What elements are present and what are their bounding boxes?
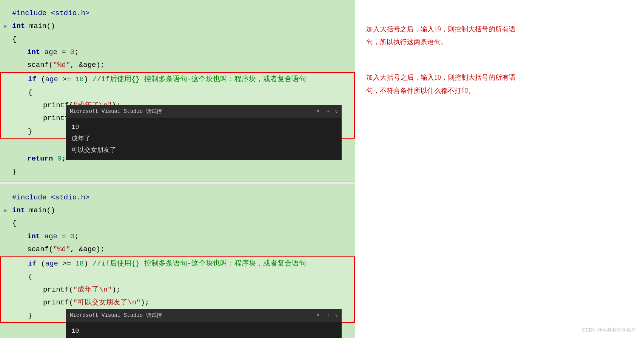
vs-dropdown-button[interactable]: ∨ bbox=[335, 109, 338, 114]
code-token: main() bbox=[25, 20, 55, 32]
code-line: ▶ int main() bbox=[0, 204, 355, 217]
code-token: ; bbox=[74, 230, 79, 242]
vs-console-title: Microsoft Visual Studio 调试控 bbox=[70, 108, 312, 115]
right-top-text-2: 句，所以执行这两条语句。 bbox=[366, 35, 633, 48]
code-token: "可以交女朋友了\n" bbox=[73, 296, 141, 309]
vs-console-title-bottom: Microsoft Visual Studio 调试控 bbox=[70, 312, 312, 319]
code-token: } bbox=[28, 125, 32, 137]
code-token: int bbox=[27, 230, 40, 242]
code-token bbox=[12, 140, 16, 152]
code-token: } bbox=[28, 310, 32, 322]
code-token: >= bbox=[58, 73, 75, 85]
right-bottom-text-block: 加入大括号之后，输入10，则控制大括号的所有语 句，不符合条件所以什么都不打印。 bbox=[366, 48, 633, 97]
vs-plus-button[interactable]: + bbox=[327, 108, 330, 114]
code-line: { bbox=[1, 86, 354, 99]
right-bottom-text-2: 句，不符合条件所以什么都不打印。 bbox=[366, 84, 633, 97]
code-token: , &age); bbox=[70, 59, 105, 71]
code-token: main() bbox=[25, 204, 55, 216]
code-token: printf( bbox=[43, 296, 73, 309]
line-gutter: ▶ bbox=[4, 22, 11, 32]
code-token: ) bbox=[84, 73, 92, 85]
code-line: { bbox=[0, 217, 355, 230]
line-gutter: ▶ bbox=[4, 206, 11, 216]
vs-plus-button-bottom[interactable]: + bbox=[327, 312, 330, 318]
code-line: printf("可以交女朋友了\n"); bbox=[1, 296, 354, 309]
code-line: int age = 0; bbox=[0, 230, 355, 243]
code-token: 18 bbox=[75, 73, 84, 85]
code-line: scanf("%d", &age); bbox=[0, 243, 355, 256]
output-line: 成年了 bbox=[71, 133, 336, 145]
code-token: } bbox=[12, 166, 16, 178]
code-token: = bbox=[57, 46, 70, 58]
code-token: age bbox=[45, 73, 58, 85]
code-token: if bbox=[28, 73, 37, 85]
code-token: , &age); bbox=[70, 243, 105, 255]
code-token: ) bbox=[84, 258, 92, 270]
code-token: scanf( bbox=[27, 59, 53, 71]
code-token: 0 bbox=[70, 230, 74, 242]
vs-console-top: Microsoft Visual Studio 调试控 × + ∨ 19 成年了… bbox=[66, 105, 342, 160]
code-line: } bbox=[0, 165, 355, 178]
main-layout: #include <stdio.h> ▶ int main() { int ag… bbox=[0, 0, 644, 338]
code-token: ); bbox=[112, 284, 120, 296]
vs-close-button-bottom[interactable]: × bbox=[315, 312, 322, 319]
code-line: { bbox=[0, 33, 355, 46]
code-token: int bbox=[12, 20, 25, 32]
code-token: 0 bbox=[70, 46, 74, 58]
code-token: if bbox=[28, 258, 37, 270]
code-token: 18 bbox=[75, 258, 84, 270]
vs-titlebar: Microsoft Visual Studio 调试控 × + ∨ bbox=[66, 105, 342, 118]
code-token: age bbox=[40, 230, 57, 242]
code-token: scanf( bbox=[27, 243, 53, 255]
code-token: #include <stdio.h> bbox=[12, 191, 89, 204]
code-token: int bbox=[27, 46, 40, 58]
vs-dropdown-button-bottom[interactable]: ∨ bbox=[335, 312, 338, 318]
top-code-section: #include <stdio.h> ▶ int main() { int ag… bbox=[0, 0, 355, 181]
code-token: >= bbox=[58, 258, 75, 270]
code-token: { bbox=[12, 33, 16, 45]
code-token bbox=[12, 324, 16, 336]
code-token: age bbox=[40, 46, 57, 58]
vs-titlebar-bottom: Microsoft Visual Studio 调试控 × + ∨ bbox=[66, 309, 342, 322]
code-token: ); bbox=[140, 296, 149, 309]
watermark-container: CSDN @小林教你学编程 bbox=[582, 326, 636, 333]
watermark-text: CSDN @小林教你学编程 bbox=[582, 327, 636, 333]
code-token: int bbox=[12, 204, 25, 216]
code-token: ( bbox=[37, 73, 45, 85]
left-panel: #include <stdio.h> ▶ int main() { int ag… bbox=[0, 0, 355, 338]
code-token: ; bbox=[74, 46, 79, 58]
right-top-text-block: 加入大括号之后，输入19，则控制大括号的所有语 句，所以执行这两条语句。 bbox=[366, 8, 633, 48]
vs-output-top: 19 成年了 可以交女朋友了 bbox=[66, 118, 342, 160]
code-line: #include <stdio.h> bbox=[0, 7, 355, 20]
code-line: if (age >= 18) //if后使用{} 控制多条语句-这个块也叫：程序… bbox=[1, 73, 354, 86]
code-token: "%d" bbox=[53, 243, 70, 255]
output-line: 可以交女朋友了 bbox=[71, 145, 336, 156]
output-line-bottom: 10 bbox=[71, 326, 336, 337]
code-line: ▶ int main() bbox=[0, 20, 355, 32]
vs-close-button[interactable]: × bbox=[315, 108, 322, 115]
code-token: = bbox=[57, 230, 70, 242]
code-line: if (age >= 18) //if后使用{} 控制多条语句-这个块也叫：程序… bbox=[1, 257, 354, 270]
code-token: printf( bbox=[43, 284, 73, 296]
code-line: #include <stdio.h> bbox=[0, 191, 355, 204]
code-line: printf("成年了\n"); bbox=[1, 283, 354, 296]
output-line: 19 bbox=[71, 122, 336, 133]
code-token: //if后使用{} 控制多条语句-这个块也叫：程序块，或者复合语句 bbox=[92, 73, 306, 85]
right-bottom-text: 加入大括号之后，输入10，则控制大括号的所有语 bbox=[366, 71, 633, 84]
code-token: "%d" bbox=[53, 59, 70, 71]
code-token: { bbox=[12, 217, 16, 229]
code-token: ; bbox=[62, 153, 66, 165]
bottom-code-section: #include <stdio.h> ▶ int main() { int ag… bbox=[0, 184, 355, 338]
code-line: int age = 0; bbox=[0, 46, 355, 59]
section-divider bbox=[0, 181, 355, 184]
code-token: ( bbox=[37, 258, 45, 270]
code-line: scanf("%d", &age); bbox=[0, 59, 355, 71]
code-token: "成年了\n" bbox=[73, 284, 112, 296]
code-token: { bbox=[28, 86, 32, 99]
code-token: //if后使用{} 控制多条语句-这个块也叫：程序块，或者复合语句 bbox=[92, 258, 306, 270]
code-line: { bbox=[1, 270, 354, 283]
right-top-text: 加入大括号之后，输入19，则控制大括号的所有语 bbox=[366, 23, 633, 35]
vs-console-bottom: Microsoft Visual Studio 调试控 × + ∨ 10 bbox=[66, 309, 342, 338]
right-panel: 加入大括号之后，输入19，则控制大括号的所有语 句，所以执行这两条语句。 加入大… bbox=[355, 0, 644, 338]
code-token: age bbox=[45, 258, 58, 270]
